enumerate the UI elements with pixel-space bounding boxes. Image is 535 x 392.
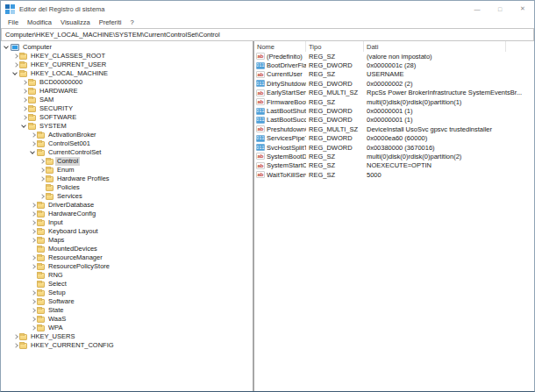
tree-item[interactable]: DriverDatabase — [1, 201, 253, 210]
chevron-right-icon[interactable] — [12, 61, 18, 68]
tree-item[interactable]: Input — [1, 218, 253, 227]
chevron-right-icon[interactable] — [21, 88, 27, 95]
maximize-button[interactable]: □ — [489, 1, 511, 17]
chevron-right-icon[interactable] — [21, 96, 27, 103]
registry-value-row[interactable]: ab FirmwareBootD... REG_SZ multi(0)disk(… — [254, 97, 534, 106]
chevron-right-icon[interactable] — [30, 316, 36, 323]
chevron-right-icon[interactable] — [21, 114, 27, 121]
chevron-right-icon[interactable] — [30, 202, 36, 209]
chevron-right-icon[interactable] — [30, 210, 36, 217]
tree-item[interactable]: ResourcePolicyStore — [1, 262, 253, 271]
tree-item[interactable]: Maps — [1, 236, 253, 245]
chevron-right-icon[interactable] — [12, 53, 18, 60]
tree-item[interactable]: MountedDevices — [1, 245, 253, 253]
registry-value-row[interactable]: 011 LastBootShutdo... REG_DWORD 0x000000… — [254, 106, 534, 115]
chevron-right-icon[interactable] — [30, 263, 36, 270]
tree-item[interactable]: HardwareConfig — [1, 210, 253, 218]
folder-icon — [28, 106, 36, 112]
registry-value-row[interactable]: ab PreshutdownOr... REG_MULTI_SZ DeviceI… — [254, 125, 534, 133]
tree-item[interactable]: HARDWARE — [1, 87, 253, 96]
value-name-cell: ab EarlyStartServices — [254, 89, 306, 96]
chevron-right-icon[interactable] — [30, 324, 36, 331]
chevron-down-icon[interactable] — [12, 70, 18, 77]
tree-item[interactable]: ControlSet001 — [1, 139, 253, 148]
chevron-right-icon[interactable] — [30, 307, 36, 314]
menu-item-file[interactable]: File — [4, 18, 24, 26]
column-header-data[interactable]: Dati — [364, 41, 506, 52]
menu-item-visualizza[interactable]: Visualizza — [57, 18, 96, 26]
tree-item[interactable]: Computer — [1, 43, 253, 52]
column-header-type[interactable]: Tipo — [306, 41, 364, 52]
tree-item[interactable]: SECURITY — [1, 104, 253, 113]
chevron-right-icon[interactable] — [39, 167, 45, 174]
tree-item[interactable]: HKEY_USERS — [1, 332, 253, 341]
chevron-right-icon[interactable] — [30, 132, 36, 139]
menu-item-preferiti[interactable]: Preferiti — [96, 18, 127, 26]
chevron-right-icon[interactable] — [30, 254, 36, 261]
tree-item[interactable]: WaaS — [1, 315, 253, 324]
chevron-right-icon[interactable] — [39, 175, 45, 182]
tree-item[interactable]: Hardware Profiles — [1, 175, 253, 183]
tree-item[interactable]: ActivationBroker — [1, 131, 253, 139]
value-name: EarlyStartServices — [267, 89, 306, 96]
tree-item[interactable]: State — [1, 306, 253, 315]
tree-item[interactable]: SAM — [1, 96, 253, 104]
chevron-right-icon[interactable] — [30, 219, 36, 226]
menu-item-help[interactable]: ? — [127, 18, 139, 26]
chevron-right-icon[interactable] — [12, 342, 18, 349]
tree-item-label: State — [46, 306, 66, 315]
tree-item-label: SAM — [38, 96, 55, 104]
tree-item-label: Keyboard Layout — [46, 227, 100, 236]
tree-item[interactable]: Setup — [1, 289, 253, 297]
chevron-down-icon[interactable] — [4, 44, 10, 51]
registry-path-input[interactable]: Computer\HKEY_LOCAL_MACHINE\SYSTEM\Curre… — [1, 28, 534, 41]
registry-value-row[interactable]: 011 BootDriverFlags REG_DWORD 0x0000001c… — [254, 61, 534, 69]
chevron-right-icon[interactable] — [12, 333, 18, 340]
chevron-right-icon[interactable] — [30, 298, 36, 305]
registry-value-row[interactable]: ab EarlyStartServices REG_MULTI_SZ RpcSs… — [254, 89, 534, 97]
chevron-right-icon[interactable] — [39, 158, 45, 165]
tree-item[interactable]: Enum — [1, 166, 253, 175]
registry-value-row[interactable]: 011 LastBootSuccee... REG_DWORD 0x000000… — [254, 116, 534, 125]
chevron-right-icon[interactable] — [21, 105, 27, 112]
registry-value-row[interactable]: ab SystemStartOpti... REG_SZ NOEXECUTE=O… — [254, 161, 534, 170]
registry-value-row[interactable]: 011 ServicesPipeTim... REG_DWORD 0x0000e… — [254, 134, 534, 143]
tree-item[interactable]: HKEY_CLASSES_ROOT — [1, 52, 253, 61]
chevron-down-icon[interactable] — [21, 123, 27, 130]
column-header-name[interactable]: Nome — [254, 41, 306, 52]
tree-item[interactable]: Software — [1, 297, 253, 306]
registry-value-row[interactable]: ab (Predefinito) REG_SZ (valore non impo… — [254, 52, 534, 61]
menu-item-modifica[interactable]: Modifica — [24, 18, 57, 26]
chevron-right-icon[interactable] — [39, 193, 45, 200]
chevron-right-icon[interactable] — [30, 289, 36, 296]
tree-item[interactable]: HKEY_CURRENT_USER — [1, 61, 253, 69]
registry-value-row[interactable]: ab WaitToKillServic... REG_SZ 5000 — [254, 170, 534, 179]
chevron-right-icon[interactable] — [30, 140, 36, 147]
tree-item[interactable]: Services — [1, 192, 253, 201]
tree-item[interactable]: BCD00000000 — [1, 78, 253, 87]
close-button[interactable]: ✕ — [511, 1, 534, 17]
chevron-down-icon[interactable] — [30, 149, 36, 156]
tree-item[interactable]: WPA — [1, 324, 253, 332]
chevron-right-icon[interactable] — [30, 237, 36, 244]
registry-tree-pane: Computer HKEY_CLASSES_ROOT HKEY_CURRENT_… — [1, 41, 253, 391]
tree-item[interactable]: Keyboard Layout — [1, 227, 253, 236]
tree-item[interactable]: CurrentControlSet — [1, 148, 253, 157]
tree-item[interactable]: Policies — [1, 183, 253, 192]
chevron-right-icon[interactable] — [30, 228, 36, 235]
minimize-button[interactable]: — — [466, 1, 489, 17]
tree-item[interactable]: HKEY_CURRENT_CONFIG — [1, 341, 253, 350]
registry-value-row[interactable]: ab CurrentUser REG_SZ USERNAME — [254, 70, 534, 79]
registry-value-row[interactable]: ab SystemBootDevi... REG_SZ multi(0)disk… — [254, 152, 534, 160]
tree-item[interactable]: HKEY_LOCAL_MACHINE — [1, 69, 253, 78]
registry-value-row[interactable]: 011 SvcHostSplitTh... REG_DWORD 0x003800… — [254, 143, 534, 152]
tree-item[interactable]: SOFTWARE — [1, 113, 253, 122]
chevron-right-icon[interactable] — [21, 79, 27, 86]
value-name: FirmwareBootD... — [267, 98, 306, 106]
registry-value-row[interactable]: 011 DirtyShutdownC... REG_DWORD 0x000000… — [254, 79, 534, 88]
tree-item[interactable]: SYSTEM — [1, 122, 253, 131]
tree-item[interactable]: Control — [1, 157, 253, 166]
tree-item[interactable]: Select — [1, 280, 253, 289]
tree-item[interactable]: RNG — [1, 271, 253, 280]
tree-item[interactable]: ResourceManager — [1, 253, 253, 262]
